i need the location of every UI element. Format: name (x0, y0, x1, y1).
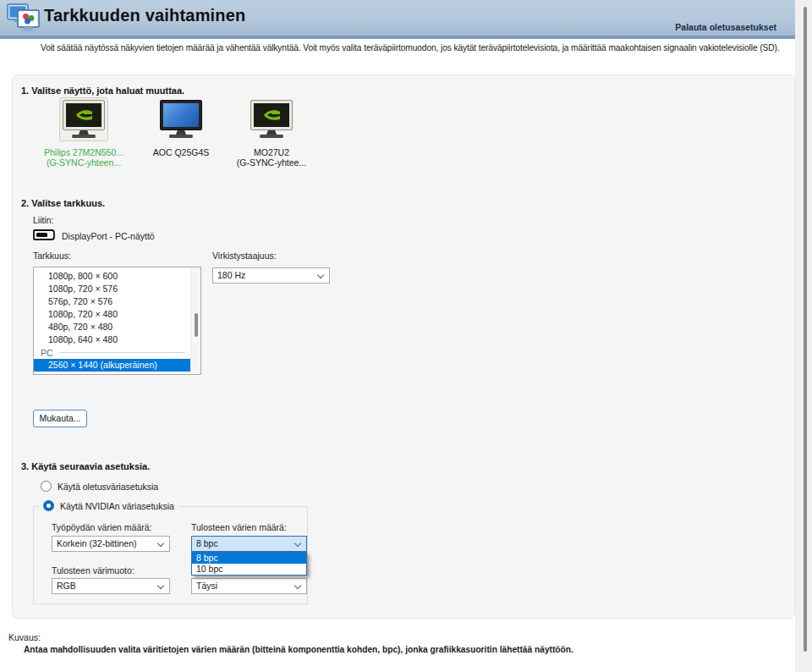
chevron-down-icon (157, 582, 164, 589)
page-scrollbar-thumb[interactable] (804, 7, 807, 652)
resolution-option[interactable]: 1080p, 640 × 480 (34, 333, 190, 346)
radio-selected-icon (43, 500, 54, 511)
dropdown-option-10bpc[interactable]: 10 bpc (192, 564, 306, 575)
display-icon (156, 97, 206, 141)
desktop-depth-label: Työpöydän värien määrä: (52, 522, 151, 532)
change-resolution-icon (7, 3, 41, 34)
display-name-line2: (G-SYNC-yhteen... (37, 157, 130, 168)
description-text: Antaa mahdollisuuden valita väritietojen… (24, 645, 573, 654)
nvidia-logo-icon (72, 107, 96, 123)
page-title: Tarkkuuden vaihtaminen (44, 6, 246, 25)
radio-nvidia-label: Käytä NVIDIAn väriasetuksia (60, 501, 174, 511)
resolution-label: Tarkkuus: (33, 251, 71, 261)
refresh-rate-value: 180 Hz (217, 270, 245, 280)
display-name: AOC Q25G4S (134, 147, 228, 157)
display-name: Philips 27M2N550... (37, 147, 130, 157)
connector-label: Liitin: (33, 215, 54, 225)
chevron-down-icon (317, 272, 324, 278)
resolution-group-header: PC (34, 346, 190, 359)
description-label: Kuvaus: (8, 632, 41, 642)
display-item-mo27u2[interactable]: MO27U2 (G-SYNC-yhtee... (225, 97, 318, 168)
resolution-option[interactable]: 1080p, 720 × 480 (34, 308, 190, 321)
output-depth-value: 8 bpc (196, 538, 218, 548)
list-scrollbar-thumb[interactable] (195, 313, 198, 337)
dynamic-range-value: Täysi (196, 581, 217, 591)
chevron-down-icon (157, 540, 164, 547)
chevron-down-icon (294, 540, 301, 547)
nvidia-logo-icon (260, 107, 283, 123)
section1-title: 1. Valitse näyttö, jota haluat muuttaa. (21, 85, 184, 96)
nvidia-color-settings-group: Käytä NVIDIAn väriasetuksia Työpöydän vä… (33, 506, 308, 604)
customize-button[interactable]: Mukauta... (33, 410, 87, 427)
output-depth-select-open[interactable]: 8 bpc (191, 536, 307, 552)
radio-default-colors[interactable]: Käytä oletusväriasetuksia (41, 481, 158, 492)
chevron-down-icon (294, 582, 301, 589)
display-name: MO27U2 (225, 147, 318, 157)
group-divider (59, 352, 185, 353)
color-format-value: RGB (57, 581, 76, 591)
color-format-select[interactable]: RGB (52, 578, 170, 594)
section2-title: 2. Valitse tarkkuus. (21, 198, 105, 208)
settings-panel: 1. Valitse näyttö, jota haluat muuttaa. … (12, 74, 795, 619)
display-icon (247, 97, 296, 141)
resolution-listbox[interactable]: 1080p, 800 × 600 1080p, 720 × 576 576p, … (33, 267, 201, 375)
display-item-philips[interactable]: Philips 27M2N550... (G-SYNC-yhteen... (37, 97, 130, 168)
list-scrollbar[interactable] (190, 267, 200, 374)
desktop-depth-select[interactable]: Korkein (32-bittinen) (52, 536, 170, 552)
display-icon (59, 97, 108, 141)
dynamic-range-select[interactable]: Täysi (191, 578, 307, 594)
color-format-label: Tulosteen värimuoto: (52, 565, 134, 576)
display-item-aoc[interactable]: AOC Q25G4S (134, 97, 228, 157)
resolution-option[interactable]: 1080p, 720 × 576 (34, 283, 190, 295)
header-divider (0, 36, 795, 39)
resolution-option-selected[interactable]: 2560 × 1440 (alkuperäinen) (34, 359, 190, 372)
dropdown-option-8bpc[interactable]: 8 bpc (192, 553, 306, 564)
desktop-depth-value: Korkein (32-bittinen) (57, 538, 137, 548)
nvidia-control-panel-page: Tarkkuuden vaihtaminen Palauta oletusase… (0, 0, 812, 672)
refresh-rate-label: Virkistystaajuus: (212, 251, 277, 261)
refresh-rate-select[interactable]: 180 Hz (212, 267, 330, 284)
radio-default-label: Käytä oletusväriasetuksia (58, 482, 158, 492)
output-depth-dropdown: 8 bpc 10 bpc (191, 552, 307, 576)
group-label: PC (41, 348, 53, 358)
resolution-option[interactable]: 480p, 720 × 480 (34, 321, 190, 333)
page-scrollbar[interactable] (795, 0, 812, 672)
section3-title: 3. Käytä seuraavia asetuksia. (21, 461, 150, 471)
displayport-icon (33, 229, 55, 240)
radio-icon (41, 481, 52, 492)
connector-value: DisplayPort - PC-näyttö (62, 231, 155, 241)
page-header: Tarkkuuden vaihtaminen Palauta oletusase… (0, 0, 795, 39)
intro-text: Voit säätää näytössä näkyvien tietojen m… (41, 43, 776, 52)
display-name-line2: (G-SYNC-yhtee... (225, 157, 318, 168)
restore-defaults-button[interactable]: Palauta oletusasetukset (675, 22, 776, 32)
output-depth-label: Tulosteen värien määrä: (191, 522, 287, 532)
resolution-option[interactable]: 576p, 720 × 576 (34, 295, 190, 308)
resolution-option[interactable]: 1080p, 800 × 600 (34, 270, 190, 283)
radio-nvidia-colors[interactable]: Käytä NVIDIAn väriasetuksia (39, 500, 178, 511)
